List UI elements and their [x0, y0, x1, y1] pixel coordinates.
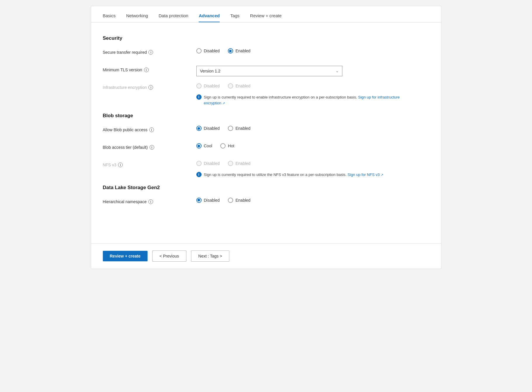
min-tls-row: Minimum TLS version i Version 1.2 ⌄	[103, 66, 429, 76]
hierarchical-namespace-controls: Disabled Enabled	[196, 198, 429, 203]
allow-blob-public-controls: Disabled Enabled	[196, 126, 429, 131]
infra-note-info-icon: i	[196, 94, 202, 100]
hierarchical-namespace-label: Hierarchical namespace i	[103, 198, 196, 204]
nfs-v3-note: i Sign up is currently required to utili…	[196, 170, 384, 178]
infra-encryption-disabled-option: Disabled	[196, 83, 220, 89]
allow-blob-enabled-option[interactable]: Enabled	[228, 126, 250, 131]
data-lake-section: Data Lake Storage Gen2	[103, 185, 429, 191]
allow-blob-disabled-option[interactable]: Disabled	[196, 126, 220, 131]
data-lake-section-title: Data Lake Storage Gen2	[103, 185, 429, 191]
blob-access-tier-hot-radio[interactable]	[220, 143, 226, 148]
tab-data-protection[interactable]: Data protection	[159, 13, 188, 22]
min-tls-dropdown[interactable]: Version 1.2 ⌄	[196, 66, 342, 76]
next-tags-button[interactable]: Next : Tags >	[191, 251, 230, 262]
allow-blob-public-row: Allow Blob public access i Disabled Enab…	[103, 126, 429, 136]
blob-access-tier-row: Blob access tier (default) i Cool Hot	[103, 143, 429, 154]
secure-transfer-controls: Disabled Enabled	[196, 48, 429, 53]
nfs-v3-label: NFS v3 i	[103, 161, 196, 167]
secure-transfer-disabled-radio[interactable]	[196, 48, 202, 53]
infra-encryption-enabled-radio	[228, 83, 233, 89]
nfs-v3-info-icon[interactable]: i	[118, 163, 123, 167]
nfs-v3-disabled-radio	[196, 161, 202, 166]
infra-encryption-info-icon[interactable]: i	[148, 85, 153, 90]
tab-bar: Basics Networking Data protection Advanc…	[91, 6, 441, 23]
blob-access-tier-controls: Cool Hot	[196, 143, 429, 148]
secure-transfer-disabled-option[interactable]: Disabled	[196, 48, 220, 53]
hierarchical-namespace-row: Hierarchical namespace i Disabled Enable…	[103, 198, 429, 208]
main-content: Security Secure transfer required i Disa…	[91, 23, 441, 243]
footer: Review + create < Previous Next : Tags >	[91, 243, 441, 269]
infra-encryption-link[interactable]: Sign up for infrastructure encryption ↗	[204, 95, 400, 105]
blob-access-tier-label: Blob access tier (default) i	[103, 143, 196, 150]
min-tls-controls: Version 1.2 ⌄	[196, 66, 429, 76]
tab-basics[interactable]: Basics	[103, 13, 116, 22]
allow-blob-public-label: Allow Blob public access i	[103, 126, 196, 132]
secure-transfer-row: Secure transfer required i Disabled Enab…	[103, 48, 429, 59]
tab-review-create[interactable]: Review + create	[250, 13, 282, 22]
review-create-button[interactable]: Review + create	[103, 251, 148, 261]
min-tls-dropdown-arrow: ⌄	[336, 69, 339, 73]
blob-access-tier-info-icon[interactable]: i	[150, 145, 154, 150]
tab-advanced[interactable]: Advanced	[199, 13, 220, 22]
infra-encryption-enabled-option: Enabled	[228, 83, 250, 89]
security-section-title: Security	[103, 35, 429, 41]
nfs-v3-link[interactable]: Sign up for NFS v3 ↗	[348, 172, 383, 177]
blob-storage-section: Blob storage	[103, 113, 429, 119]
min-tls-label: Minimum TLS version i	[103, 66, 196, 72]
blob-access-tier-hot-option[interactable]: Hot	[220, 143, 234, 148]
infra-encryption-controls: Disabled Enabled	[196, 83, 429, 89]
allow-blob-enabled-radio[interactable]	[228, 126, 233, 131]
nfs-v3-controls: Disabled Enabled	[196, 161, 429, 166]
infra-encryption-label: Infrastructure encryption i	[103, 83, 196, 90]
hierarchical-namespace-enabled-radio[interactable]	[228, 198, 233, 203]
hierarchical-namespace-disabled-option[interactable]: Disabled	[196, 198, 220, 203]
nfs-v3-disabled-option: Disabled	[196, 161, 220, 166]
secure-transfer-enabled-option[interactable]: Enabled	[228, 48, 250, 53]
nfs-external-link-icon: ↗	[381, 173, 383, 177]
nfs-v3-enabled-radio	[228, 161, 233, 166]
secure-transfer-label: Secure transfer required i	[103, 48, 196, 55]
blob-access-tier-cool-radio[interactable]	[196, 143, 202, 148]
secure-transfer-enabled-radio[interactable]	[228, 48, 233, 53]
min-tls-info-icon[interactable]: i	[144, 68, 149, 72]
tab-networking[interactable]: Networking	[126, 13, 148, 22]
allow-blob-public-info-icon[interactable]: i	[149, 127, 154, 132]
hierarchical-namespace-disabled-radio[interactable]	[196, 198, 202, 203]
blob-access-tier-cool-option[interactable]: Cool	[196, 143, 212, 148]
nfs-v3-enabled-option: Enabled	[228, 161, 250, 166]
infra-encryption-row: Infrastructure encryption i Disabled Ena…	[103, 83, 429, 106]
secure-transfer-info-icon[interactable]: i	[148, 50, 153, 55]
blob-storage-section-title: Blob storage	[103, 113, 429, 119]
allow-blob-disabled-radio[interactable]	[196, 126, 202, 131]
infra-encryption-disabled-radio	[196, 83, 202, 89]
previous-button[interactable]: < Previous	[152, 251, 186, 262]
nfs-v3-row: NFS v3 i Disabled Enabled i	[103, 161, 429, 178]
external-link-icon: ↗	[222, 101, 225, 105]
hierarchical-namespace-enabled-option[interactable]: Enabled	[228, 198, 250, 203]
nfs-note-info-icon: i	[196, 172, 202, 177]
tab-tags[interactable]: Tags	[230, 13, 240, 22]
hierarchical-namespace-info-icon[interactable]: i	[148, 199, 153, 204]
infra-encryption-note: i Sign up is currently required to enabl…	[196, 92, 401, 106]
